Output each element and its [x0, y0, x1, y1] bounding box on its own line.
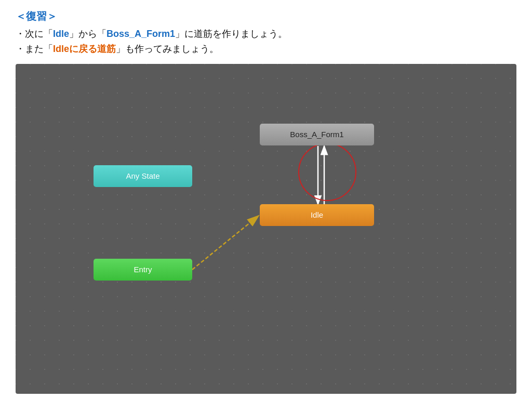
- line2-highlight1: Idleに戻る道筋: [53, 44, 116, 54]
- instructions-panel: ＜復習＞ ・次に「Idle」から「Boss_A_Form1」に道筋を作りましょう…: [16, 9, 516, 57]
- line2-mid1: 」も作ってみましょう。: [116, 44, 219, 54]
- any-state-label: Any State: [126, 171, 159, 180]
- line1-highlight1: Idle: [53, 29, 69, 39]
- animator-canvas: Any State Entry Boss_A_Form1 Idle: [16, 64, 516, 394]
- line1-mid2: 」に道筋を作りましょう。: [175, 29, 287, 39]
- instruction-line-1: ・次に「Idle」から「Boss_A_Form1」に道筋を作りましょう。: [16, 26, 516, 42]
- entry-to-idle-arrow: [192, 216, 259, 270]
- highlight-circle: [298, 143, 356, 201]
- arrows-layer: [16, 64, 516, 394]
- line2-prefix: ・また「: [16, 44, 53, 54]
- line1-highlight2: Boss_A_Form1: [107, 29, 175, 39]
- review-title: ＜復習＞: [16, 9, 516, 23]
- entry-node[interactable]: Entry: [94, 259, 192, 281]
- boss-label: Boss_A_Form1: [290, 130, 343, 139]
- any-state-node[interactable]: Any State: [94, 165, 192, 187]
- line1-mid1: 」から「: [69, 29, 107, 39]
- idle-label: Idle: [311, 210, 323, 219]
- line1-prefix: ・次に「: [16, 29, 53, 39]
- idle-node[interactable]: Idle: [260, 204, 374, 226]
- page: ＜復習＞ ・次に「Idle」から「Boss_A_Form1」に道筋を作りましょう…: [0, 0, 532, 399]
- instruction-line-2: ・また「Idleに戻る道筋」も作ってみましょう。: [16, 42, 516, 57]
- entry-label: Entry: [134, 265, 152, 274]
- boss-node[interactable]: Boss_A_Form1: [260, 124, 374, 145]
